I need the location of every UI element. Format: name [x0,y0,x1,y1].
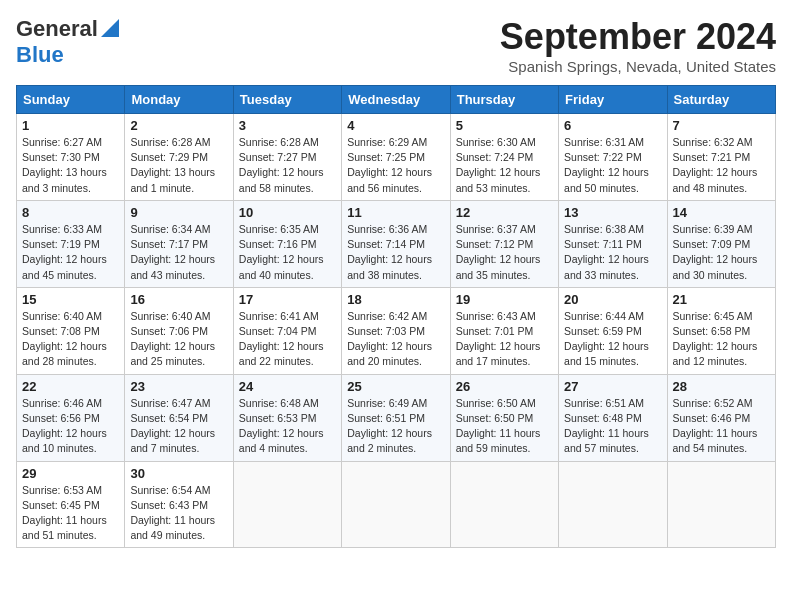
svg-marker-0 [101,19,119,37]
day-info: Sunrise: 6:45 AMSunset: 6:58 PMDaylight:… [673,309,770,370]
day-info: Sunrise: 6:37 AMSunset: 7:12 PMDaylight:… [456,222,553,283]
calendar-cell: 30Sunrise: 6:54 AMSunset: 6:43 PMDayligh… [125,461,233,548]
week-row-4: 22Sunrise: 6:46 AMSunset: 6:56 PMDayligh… [17,374,776,461]
day-number: 10 [239,205,336,220]
day-number: 17 [239,292,336,307]
day-info: Sunrise: 6:51 AMSunset: 6:48 PMDaylight:… [564,396,661,457]
day-number: 22 [22,379,119,394]
calendar-cell [450,461,558,548]
logo-general: General [16,16,98,42]
day-number: 13 [564,205,661,220]
day-info: Sunrise: 6:28 AMSunset: 7:29 PMDaylight:… [130,135,227,196]
day-number: 30 [130,466,227,481]
day-number: 9 [130,205,227,220]
day-info: Sunrise: 6:39 AMSunset: 7:09 PMDaylight:… [673,222,770,283]
day-info: Sunrise: 6:48 AMSunset: 6:53 PMDaylight:… [239,396,336,457]
calendar-cell: 21Sunrise: 6:45 AMSunset: 6:58 PMDayligh… [667,287,775,374]
week-row-5: 29Sunrise: 6:53 AMSunset: 6:45 PMDayligh… [17,461,776,548]
day-info: Sunrise: 6:35 AMSunset: 7:16 PMDaylight:… [239,222,336,283]
day-info: Sunrise: 6:33 AMSunset: 7:19 PMDaylight:… [22,222,119,283]
calendar-cell: 18Sunrise: 6:42 AMSunset: 7:03 PMDayligh… [342,287,450,374]
day-info: Sunrise: 6:53 AMSunset: 6:45 PMDaylight:… [22,483,119,544]
day-number: 4 [347,118,444,133]
day-info: Sunrise: 6:36 AMSunset: 7:14 PMDaylight:… [347,222,444,283]
calendar-cell: 24Sunrise: 6:48 AMSunset: 6:53 PMDayligh… [233,374,341,461]
calendar-cell: 1Sunrise: 6:27 AMSunset: 7:30 PMDaylight… [17,114,125,201]
calendar-cell: 23Sunrise: 6:47 AMSunset: 6:54 PMDayligh… [125,374,233,461]
day-info: Sunrise: 6:54 AMSunset: 6:43 PMDaylight:… [130,483,227,544]
logo-blue: Blue [16,42,64,67]
calendar-cell [233,461,341,548]
day-number: 12 [456,205,553,220]
day-number: 27 [564,379,661,394]
day-info: Sunrise: 6:28 AMSunset: 7:27 PMDaylight:… [239,135,336,196]
day-number: 20 [564,292,661,307]
weekday-header-thursday: Thursday [450,86,558,114]
calendar-cell: 16Sunrise: 6:40 AMSunset: 7:06 PMDayligh… [125,287,233,374]
day-number: 6 [564,118,661,133]
day-number: 1 [22,118,119,133]
day-info: Sunrise: 6:38 AMSunset: 7:11 PMDaylight:… [564,222,661,283]
calendar-cell: 15Sunrise: 6:40 AMSunset: 7:08 PMDayligh… [17,287,125,374]
day-number: 25 [347,379,444,394]
calendar-cell: 13Sunrise: 6:38 AMSunset: 7:11 PMDayligh… [559,200,667,287]
day-info: Sunrise: 6:34 AMSunset: 7:17 PMDaylight:… [130,222,227,283]
day-info: Sunrise: 6:46 AMSunset: 6:56 PMDaylight:… [22,396,119,457]
calendar-cell: 7Sunrise: 6:32 AMSunset: 7:21 PMDaylight… [667,114,775,201]
day-info: Sunrise: 6:44 AMSunset: 6:59 PMDaylight:… [564,309,661,370]
calendar-cell: 14Sunrise: 6:39 AMSunset: 7:09 PMDayligh… [667,200,775,287]
day-number: 7 [673,118,770,133]
calendar-cell: 8Sunrise: 6:33 AMSunset: 7:19 PMDaylight… [17,200,125,287]
day-info: Sunrise: 6:40 AMSunset: 7:06 PMDaylight:… [130,309,227,370]
calendar-cell: 10Sunrise: 6:35 AMSunset: 7:16 PMDayligh… [233,200,341,287]
day-info: Sunrise: 6:41 AMSunset: 7:04 PMDaylight:… [239,309,336,370]
day-info: Sunrise: 6:31 AMSunset: 7:22 PMDaylight:… [564,135,661,196]
calendar-cell: 25Sunrise: 6:49 AMSunset: 6:51 PMDayligh… [342,374,450,461]
week-row-2: 8Sunrise: 6:33 AMSunset: 7:19 PMDaylight… [17,200,776,287]
calendar-cell [342,461,450,548]
weekday-header-wednesday: Wednesday [342,86,450,114]
month-title: September 2024 [500,16,776,58]
calendar-cell: 6Sunrise: 6:31 AMSunset: 7:22 PMDaylight… [559,114,667,201]
day-info: Sunrise: 6:50 AMSunset: 6:50 PMDaylight:… [456,396,553,457]
header: General Blue September 2024 Spanish Spri… [16,16,776,75]
day-number: 26 [456,379,553,394]
calendar-cell: 5Sunrise: 6:30 AMSunset: 7:24 PMDaylight… [450,114,558,201]
calendar: SundayMondayTuesdayWednesdayThursdayFrid… [16,85,776,548]
calendar-cell: 12Sunrise: 6:37 AMSunset: 7:12 PMDayligh… [450,200,558,287]
location: Spanish Springs, Nevada, United States [500,58,776,75]
day-number: 11 [347,205,444,220]
day-number: 2 [130,118,227,133]
day-number: 29 [22,466,119,481]
calendar-cell: 19Sunrise: 6:43 AMSunset: 7:01 PMDayligh… [450,287,558,374]
calendar-cell: 29Sunrise: 6:53 AMSunset: 6:45 PMDayligh… [17,461,125,548]
weekday-header-sunday: Sunday [17,86,125,114]
day-number: 5 [456,118,553,133]
day-number: 3 [239,118,336,133]
week-row-1: 1Sunrise: 6:27 AMSunset: 7:30 PMDaylight… [17,114,776,201]
logo-arrow-icon [101,19,119,41]
day-number: 28 [673,379,770,394]
calendar-cell [559,461,667,548]
day-info: Sunrise: 6:27 AMSunset: 7:30 PMDaylight:… [22,135,119,196]
weekday-header-saturday: Saturday [667,86,775,114]
day-number: 23 [130,379,227,394]
calendar-cell: 17Sunrise: 6:41 AMSunset: 7:04 PMDayligh… [233,287,341,374]
calendar-cell: 28Sunrise: 6:52 AMSunset: 6:46 PMDayligh… [667,374,775,461]
day-info: Sunrise: 6:52 AMSunset: 6:46 PMDaylight:… [673,396,770,457]
day-info: Sunrise: 6:49 AMSunset: 6:51 PMDaylight:… [347,396,444,457]
day-info: Sunrise: 6:29 AMSunset: 7:25 PMDaylight:… [347,135,444,196]
calendar-cell [667,461,775,548]
day-info: Sunrise: 6:32 AMSunset: 7:21 PMDaylight:… [673,135,770,196]
day-info: Sunrise: 6:47 AMSunset: 6:54 PMDaylight:… [130,396,227,457]
day-number: 14 [673,205,770,220]
calendar-cell: 4Sunrise: 6:29 AMSunset: 7:25 PMDaylight… [342,114,450,201]
calendar-cell: 11Sunrise: 6:36 AMSunset: 7:14 PMDayligh… [342,200,450,287]
day-info: Sunrise: 6:40 AMSunset: 7:08 PMDaylight:… [22,309,119,370]
week-row-3: 15Sunrise: 6:40 AMSunset: 7:08 PMDayligh… [17,287,776,374]
calendar-cell: 22Sunrise: 6:46 AMSunset: 6:56 PMDayligh… [17,374,125,461]
logo: General Blue [16,16,119,68]
day-number: 8 [22,205,119,220]
day-number: 21 [673,292,770,307]
title-area: September 2024 Spanish Springs, Nevada, … [500,16,776,75]
